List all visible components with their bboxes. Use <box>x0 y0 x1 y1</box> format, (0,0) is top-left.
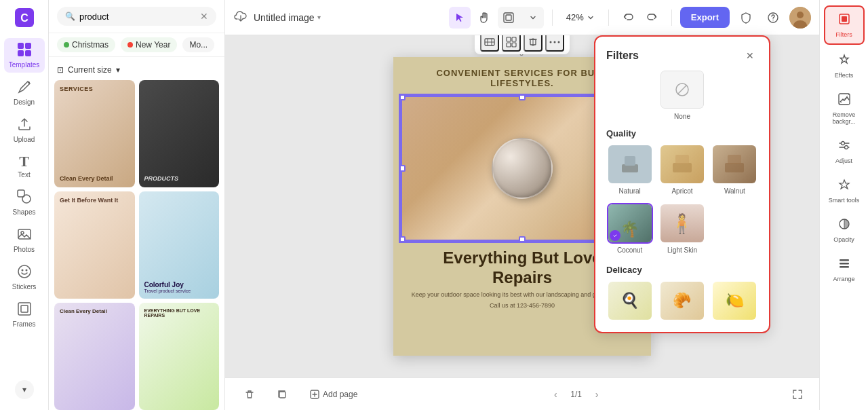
filter-item-lightskin[interactable]: 🧍 Light Skin <box>658 203 705 254</box>
sidebar-item-upload[interactable]: Upload <box>4 113 45 147</box>
filter-item-none[interactable]: None <box>606 69 758 120</box>
svg-point-21 <box>797 12 804 18</box>
filters-close-btn[interactable]: ✕ <box>742 48 758 64</box>
filter-item-coconut[interactable]: 🌴 Coconut <box>606 203 653 254</box>
sidebar-item-text[interactable]: T Text <box>4 150 45 183</box>
next-page-btn[interactable]: › <box>587 385 606 404</box>
canvas-tb-more[interactable] <box>545 35 564 52</box>
sidebar-item-label-design: Design <box>14 98 35 106</box>
template-card-1[interactable]: SERVICES Clean Every Detail <box>54 80 135 187</box>
right-item-arrange[interactable]: Arrange <box>824 251 865 288</box>
filter-item-natural[interactable]: Natural <box>606 144 653 195</box>
main-area: Untitled image ▾ <box>225 0 819 410</box>
doc-title-text: Untitled image <box>254 12 315 23</box>
hand-tool-btn[interactable] <box>473 7 495 29</box>
filter-thumb-walnut <box>711 144 757 185</box>
filter-item-del2[interactable]: 🥐 <box>658 280 705 324</box>
svg-rect-4 <box>18 50 24 56</box>
undo-btn[interactable] <box>617 7 639 29</box>
knob-visual <box>492 138 553 199</box>
cloud-save-icon <box>233 10 248 25</box>
svg-point-7 <box>22 195 31 203</box>
search-input[interactable]: product <box>79 12 196 22</box>
pointer-tool-btn[interactable] <box>449 7 471 29</box>
svg-point-30 <box>554 41 556 43</box>
filter-tab-more[interactable]: Mo... <box>182 37 214 52</box>
prev-page-btn[interactable]: ‹ <box>546 385 565 404</box>
left-sidebar: C Templates Design <box>0 0 49 410</box>
zoom-selector[interactable]: 42% <box>561 10 600 25</box>
frame-tool-btn[interactable] <box>498 7 519 29</box>
tc1-text: Clean Every Detail <box>60 175 130 182</box>
right-item-remove-bg[interactable]: Remove backgr... <box>824 87 865 130</box>
bottom-bar: Add page ‹ 1/1 › <box>225 377 819 410</box>
redo-btn[interactable] <box>642 7 663 29</box>
filter-none-label: None <box>674 113 690 120</box>
sidebar-item-templates[interactable]: Templates <box>4 38 45 73</box>
smart-tools-icon <box>837 178 851 195</box>
template-card-3[interactable]: Get It Before Want It <box>54 191 135 299</box>
canvas-tb-crop[interactable] <box>524 35 542 52</box>
quality-section-title: Quality <box>595 126 769 144</box>
shield-btn[interactable] <box>735 7 757 29</box>
export-btn[interactable]: Export <box>680 7 730 28</box>
svg-rect-40 <box>675 155 689 164</box>
template-card-2[interactable]: PRODUCTS <box>139 80 220 187</box>
user-avatar[interactable] <box>789 7 811 29</box>
right-item-opacity[interactable]: Opacity <box>824 212 865 248</box>
sidebar-item-stickers[interactable]: Stickers <box>4 260 45 295</box>
sidebar-item-photos[interactable]: Photos <box>4 223 45 257</box>
frame-chevron-btn[interactable] <box>522 7 544 29</box>
svg-text:C: C <box>20 12 28 24</box>
arrange-icon <box>837 257 851 274</box>
panel-content: ⊡ Current size ▾ SERVICES Clean Every De… <box>49 57 224 410</box>
canvas-tb-grid[interactable] <box>502 35 521 52</box>
search-icon: 🔍 <box>65 12 75 21</box>
svg-rect-15 <box>21 305 28 312</box>
filter-item-del3[interactable]: 🍋 <box>711 280 758 324</box>
right-item-effects[interactable]: Effects <box>824 48 865 84</box>
add-page-btn[interactable]: Add page <box>301 385 366 404</box>
sidebar-item-shapes[interactable]: Shapes <box>4 185 45 220</box>
svg-rect-5 <box>25 50 31 56</box>
filter-thumb-lightskin: 🧍 <box>659 203 705 244</box>
duplicate-btn[interactable] <box>269 385 296 404</box>
template-card-4[interactable]: Colorful Joy Travel product service <box>139 191 220 299</box>
right-item-adjust[interactable]: Adjust <box>824 133 865 170</box>
design-icon <box>17 79 32 96</box>
templates-grid: SERVICES Clean Every Detail PRODUCTS Get… <box>54 80 219 410</box>
right-item-filters[interactable]: Filters <box>824 5 865 45</box>
svg-rect-14 <box>18 303 31 315</box>
filter-item-del1[interactable]: 🍳 <box>606 280 653 324</box>
svg-rect-54 <box>840 266 849 268</box>
size-selector[interactable]: ⊡ Current size ▾ <box>54 62 219 80</box>
fullscreen-btn[interactable] <box>787 384 808 405</box>
svg-point-31 <box>558 41 560 43</box>
delete-btn[interactable] <box>236 385 263 404</box>
quality-filters-grid-2: 🌴 Coconut <box>595 203 769 262</box>
template-card-5[interactable]: Clean Every Detail <box>54 303 135 410</box>
sidebar-item-label-stickers: Stickers <box>12 283 37 291</box>
search-clear-btn[interactable]: ✕ <box>200 11 208 22</box>
template-card-6[interactable]: Everything But Love Repairs <box>139 303 220 410</box>
canvas-tb-frame[interactable] <box>480 35 499 52</box>
right-item-arrange-label: Arrange <box>833 276 854 282</box>
help-btn[interactable] <box>762 7 784 29</box>
filter-tab-christmas[interactable]: Christmas <box>57 37 115 52</box>
text-icon: T <box>19 154 29 169</box>
filter-tab-newyear[interactable]: New Year <box>121 37 177 52</box>
filters-title: Filters <box>606 50 639 62</box>
tc4-text: Colorful Joy <box>144 281 214 288</box>
search-input-wrap[interactable]: 🔍 product ✕ <box>57 7 216 26</box>
doc-title[interactable]: Untitled image ▾ <box>254 12 321 23</box>
filter-item-walnut[interactable]: Walnut <box>711 144 758 195</box>
toolbar-divider-2 <box>608 10 609 26</box>
right-item-smart-tools[interactable]: Smart tools <box>824 172 865 209</box>
shapes-icon <box>17 189 32 206</box>
filter-thumb-none <box>659 69 705 110</box>
templates-panel: 🔍 product ✕ Christmas New Year Mo... ⊡ C… <box>49 0 225 410</box>
sidebar-item-design[interactable]: Design <box>4 75 45 110</box>
sidebar-item-frames[interactable]: Frames <box>4 297 45 332</box>
sidebar-expand-btn[interactable]: ▾ <box>15 380 34 399</box>
filter-item-apricot[interactable]: Apricot <box>658 144 705 195</box>
